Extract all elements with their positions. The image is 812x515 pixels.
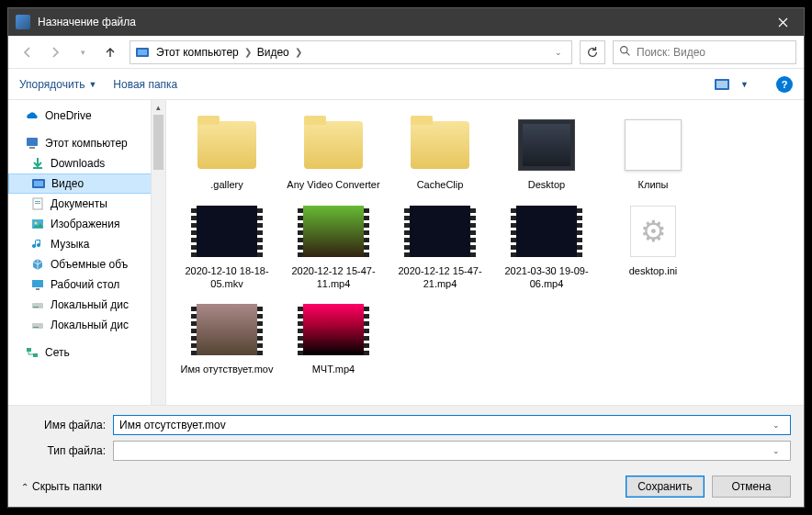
file-item[interactable]: МЧТ.mp4 bbox=[280, 296, 387, 382]
sidebar-item-documents[interactable]: Документы bbox=[8, 194, 165, 214]
refresh-button[interactable] bbox=[580, 40, 605, 64]
svg-rect-11 bbox=[35, 201, 40, 202]
downloads-icon bbox=[30, 156, 45, 171]
organize-menu[interactable]: Упорядочить ▼ bbox=[19, 78, 96, 91]
back-button[interactable] bbox=[16, 40, 39, 64]
svg-rect-20 bbox=[33, 327, 39, 328]
svg-rect-6 bbox=[29, 147, 35, 149]
crumb-root[interactable]: Этот компьютер bbox=[156, 46, 239, 59]
chevron-down-icon: ▼ bbox=[88, 80, 96, 89]
sidebar-this-pc[interactable]: Этот компьютер bbox=[8, 133, 165, 153]
file-item[interactable]: Any Video Converter bbox=[280, 111, 387, 197]
file-item[interactable]: Имя отутствует.mov bbox=[174, 296, 280, 382]
video-icon bbox=[31, 176, 46, 191]
svg-rect-12 bbox=[35, 203, 40, 204]
address-dropdown-icon[interactable]: ⌄ bbox=[549, 48, 568, 57]
new-folder-button[interactable]: Новая папка bbox=[113, 78, 177, 91]
svg-rect-18 bbox=[33, 307, 39, 308]
documents-icon bbox=[30, 196, 45, 211]
sidebar-item-desktop[interactable]: Рабочий стол bbox=[8, 274, 165, 295]
file-item[interactable]: 2020-12-10 18-18-05.mkv bbox=[174, 197, 280, 297]
sidebar-item-3d[interactable]: Объемные объ bbox=[8, 254, 165, 274]
save-button[interactable]: Сохранить bbox=[626, 476, 705, 498]
scroll-up-icon[interactable]: ▴ bbox=[152, 100, 165, 115]
file-item[interactable]: Клипы bbox=[600, 111, 706, 197]
crumb-sep-icon[interactable]: ❯ bbox=[239, 47, 257, 57]
view-options[interactable]: ▼ bbox=[715, 77, 749, 92]
dialog-body: OneDrive Этот компьютер Downloads Видео … bbox=[8, 100, 804, 405]
svg-rect-7 bbox=[33, 167, 42, 169]
filename-input[interactable]: Имя отсутствует.mov ⌄ bbox=[113, 415, 791, 435]
help-button[interactable]: ? bbox=[776, 76, 793, 93]
sidebar-item-pictures[interactable]: Изображения bbox=[8, 214, 165, 234]
svg-rect-5 bbox=[27, 138, 38, 146]
search-icon bbox=[619, 45, 631, 60]
nav-bar: ▾ Этот компьютер ❯ Видео ❯ ⌄ Поиск: Виде bbox=[8, 36, 804, 69]
file-list[interactable]: .gallery Any Video Converter CacheClip D… bbox=[166, 100, 804, 405]
address-bar[interactable]: Этот компьютер ❯ Видео ❯ ⌄ bbox=[130, 40, 572, 64]
svg-rect-16 bbox=[36, 288, 39, 290]
pictures-icon bbox=[30, 217, 45, 231]
filetype-select[interactable]: ⌄ bbox=[113, 441, 791, 461]
onedrive-icon bbox=[25, 108, 39, 123]
save-dialog: Назначение файла ▾ Этот компьютер ❯ Виде… bbox=[7, 7, 805, 508]
svg-rect-9 bbox=[34, 181, 43, 186]
search-input[interactable]: Поиск: Видео bbox=[613, 40, 796, 64]
window-title: Назначение файла bbox=[38, 16, 136, 28]
sidebar-item-disk-2[interactable]: Локальный дис bbox=[8, 315, 165, 335]
filename-label: Имя файла: bbox=[21, 419, 113, 431]
svg-point-14 bbox=[35, 222, 38, 225]
drive-icon bbox=[30, 297, 45, 312]
filename-dropdown-icon[interactable]: ⌄ bbox=[768, 420, 784, 430]
file-item[interactable]: ⚙desktop.ini bbox=[600, 197, 706, 297]
location-video-icon bbox=[134, 44, 151, 61]
crumb-sep-icon[interactable]: ❯ bbox=[289, 47, 308, 57]
sidebar-onedrive[interactable]: OneDrive bbox=[8, 106, 165, 126]
network-icon bbox=[25, 345, 39, 360]
file-item[interactable]: .gallery bbox=[174, 111, 280, 197]
toolbar: Упорядочить ▼ Новая папка ▼ ? bbox=[8, 69, 804, 100]
file-item[interactable]: 2020-12-12 15-47-11.mp4 bbox=[280, 197, 387, 297]
svg-rect-19 bbox=[32, 323, 43, 329]
sidebar-item-disk-1[interactable]: Локальный дис bbox=[8, 295, 165, 315]
objects3d-icon bbox=[30, 257, 45, 272]
file-item[interactable]: 2020-12-12 15-47-21.mp4 bbox=[387, 197, 493, 297]
search-placeholder: Поиск: Видео bbox=[637, 46, 705, 59]
crumb-folder[interactable]: Видео bbox=[257, 46, 289, 59]
svg-rect-17 bbox=[32, 303, 43, 308]
svg-point-2 bbox=[621, 46, 627, 52]
svg-rect-21 bbox=[27, 348, 31, 352]
file-item[interactable]: Desktop bbox=[493, 111, 600, 197]
sidebar-item-downloads[interactable]: Downloads bbox=[8, 153, 165, 174]
up-button[interactable] bbox=[98, 40, 122, 64]
gear-icon: ⚙ bbox=[630, 206, 676, 257]
close-button[interactable] bbox=[761, 8, 804, 36]
file-item[interactable]: CacheClip bbox=[387, 111, 493, 197]
drive-icon bbox=[30, 318, 45, 332]
sidebar-item-music[interactable]: Музыка bbox=[8, 234, 165, 254]
sidebar-scrollbar[interactable]: ▴ bbox=[151, 100, 165, 405]
pc-icon bbox=[25, 136, 39, 151]
svg-rect-1 bbox=[138, 50, 147, 55]
titlebar: Назначение файла bbox=[8, 8, 804, 36]
app-icon bbox=[16, 15, 30, 29]
svg-rect-15 bbox=[32, 280, 43, 287]
recent-dropdown[interactable]: ▾ bbox=[71, 40, 95, 64]
svg-rect-4 bbox=[716, 81, 727, 88]
chevron-up-icon: ⌃ bbox=[21, 482, 28, 492]
hide-folders-link[interactable]: ⌃ Скрыть папки bbox=[21, 480, 102, 493]
scroll-thumb[interactable] bbox=[153, 115, 164, 170]
desktop-icon bbox=[30, 277, 45, 292]
sidebar-item-video[interactable]: Видео bbox=[8, 174, 165, 194]
sidebar-network[interactable]: Сеть bbox=[8, 342, 165, 363]
filetype-label: Тип файла: bbox=[21, 444, 113, 457]
cancel-button[interactable]: Отмена bbox=[712, 476, 791, 498]
sidebar: OneDrive Этот компьютер Downloads Видео … bbox=[8, 100, 166, 405]
music-icon bbox=[30, 237, 45, 252]
file-item[interactable]: 2021-03-30 19-09-06.mp4 bbox=[493, 197, 600, 297]
filetype-dropdown-icon[interactable]: ⌄ bbox=[768, 446, 784, 455]
footer: Имя файла: Имя отсутствует.mov ⌄ Тип фай… bbox=[8, 405, 804, 507]
forward-button[interactable] bbox=[43, 40, 67, 64]
